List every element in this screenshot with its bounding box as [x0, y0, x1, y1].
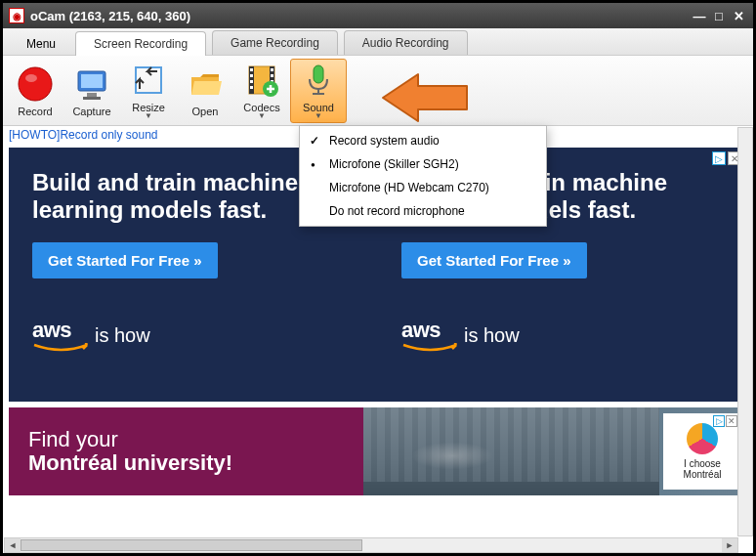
- svg-rect-14: [250, 86, 253, 89]
- aws-swoosh-icon: [401, 343, 460, 353]
- svg-point-2: [25, 74, 37, 82]
- resize-button[interactable]: Resize ▼: [120, 59, 177, 123]
- open-button[interactable]: Open: [177, 59, 233, 123]
- svg-rect-12: [250, 74, 253, 77]
- chevron-down-icon: ▼: [258, 111, 266, 120]
- tab-game-recording[interactable]: Game Recording: [212, 30, 338, 55]
- maximize-button[interactable]: □: [710, 8, 728, 23]
- tab-audio-recording[interactable]: Audio Recording: [344, 30, 468, 55]
- record-button[interactable]: Record: [7, 59, 63, 123]
- montreal-logo-icon: [687, 423, 718, 454]
- record-label: Record: [18, 106, 52, 117]
- aws-logo: aws: [32, 318, 71, 342]
- scroll-left-button[interactable]: ◄: [5, 538, 21, 552]
- ad-banner-text: Find your Montréal university!: [28, 428, 232, 475]
- minimize-button[interactable]: —: [691, 8, 708, 23]
- annotation-arrow-icon: [379, 72, 469, 126]
- codecs-icon: [242, 61, 281, 100]
- ad-tagline: aws is how: [401, 318, 724, 353]
- ad-tagline: aws is how: [32, 318, 355, 353]
- aws-logo: aws: [401, 318, 441, 342]
- menu-item-record-system-audio[interactable]: Record system audio: [300, 129, 546, 152]
- svg-rect-5: [87, 93, 97, 97]
- horizontal-scrollbar[interactable]: ◄ ►: [4, 537, 738, 553]
- sound-icon: [299, 61, 338, 100]
- ad-close-icon[interactable]: ✕: [726, 415, 737, 427]
- capture-icon: [72, 64, 111, 104]
- resize-icon: [129, 61, 168, 100]
- close-button[interactable]: ✕: [730, 8, 747, 23]
- menu-item-microfone-skiller[interactable]: Microfone (Skiller SGH2): [300, 152, 546, 176]
- open-label: Open: [192, 106, 219, 117]
- svg-rect-4: [81, 74, 103, 88]
- menu-button[interactable]: Menu: [13, 33, 69, 55]
- ad-banner-logo: ▷ ✕ I choose Montréal: [663, 413, 741, 490]
- codecs-button[interactable]: Codecs ▼: [233, 59, 290, 123]
- ad-cta[interactable]: Get Started For Free »: [32, 242, 218, 278]
- menu-item-microfone-webcam[interactable]: Microfone (HD Webcam C270): [300, 176, 546, 199]
- chevron-down-icon: ▼: [145, 111, 152, 120]
- vertical-scrollbar[interactable]: [737, 127, 753, 536]
- svg-rect-16: [271, 74, 273, 77]
- svg-rect-11: [250, 68, 253, 71]
- app-icon: ◉: [9, 8, 24, 23]
- sound-dropdown: Record system audio Microfone (Skiller S…: [299, 125, 547, 227]
- sound-button[interactable]: Sound ▼: [290, 59, 347, 123]
- adchoices-icon[interactable]: ▷: [712, 151, 726, 165]
- scroll-thumb[interactable]: [21, 539, 362, 551]
- capture-label: Capture: [72, 106, 110, 117]
- svg-rect-20: [314, 65, 323, 83]
- aws-swoosh-icon: [32, 343, 91, 353]
- ad-banner[interactable]: Find your Montréal university! ▷ ✕ I cho…: [9, 407, 747, 495]
- svg-rect-6: [83, 97, 101, 100]
- window-title: oCam (2163, 215, 640, 360): [30, 9, 190, 23]
- titlebar: ◉ oCam (2163, 215, 640, 360) — □ ✕: [3, 3, 753, 28]
- chevron-down-icon: ▼: [315, 111, 322, 120]
- record-icon: [16, 64, 55, 104]
- ad-banner-city-image: [363, 407, 659, 495]
- tab-screen-recording[interactable]: Screen Recording: [75, 31, 206, 56]
- adchoices-icon[interactable]: ▷: [713, 415, 725, 427]
- menu-item-do-not-record[interactable]: Do not record microphone: [300, 199, 546, 223]
- capture-button[interactable]: Capture: [63, 59, 120, 123]
- svg-rect-15: [271, 68, 273, 71]
- ad-cta[interactable]: Get Started For Free »: [401, 242, 587, 278]
- svg-rect-13: [250, 80, 253, 83]
- open-icon: [186, 64, 225, 104]
- scroll-right-button[interactable]: ►: [722, 538, 737, 552]
- toolbar: Record Capture Resize ▼ Open Codecs ▼ So…: [3, 56, 753, 126]
- tab-bar: Menu Screen Recording Game Recording Aud…: [3, 28, 753, 56]
